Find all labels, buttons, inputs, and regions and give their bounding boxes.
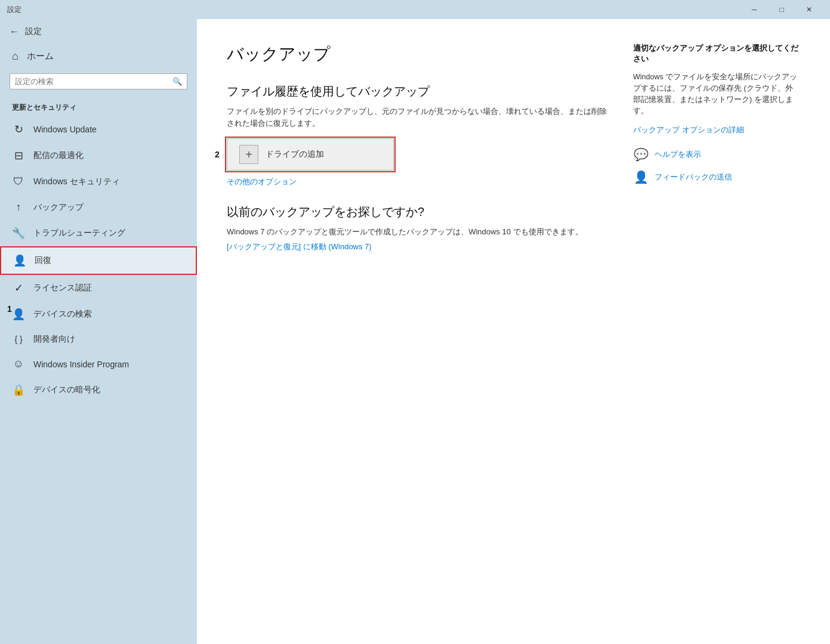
plus-icon: + [239, 145, 258, 164]
sidebar-item-delivery-optimization[interactable]: ⊟ 配信の最適化 [0, 143, 197, 169]
close-button[interactable]: ✕ [795, 0, 823, 19]
sidebar-item-license[interactable]: ✓ ライセンス認証 [0, 275, 197, 301]
sidebar-item-label: 開発者向け [33, 334, 75, 345]
help-icon: 💬 [633, 147, 649, 162]
search-input[interactable] [15, 77, 169, 86]
help-label[interactable]: ヘルプを表示 [655, 149, 701, 160]
sidebar-item-recovery[interactable]: 👤 回復 [0, 246, 197, 275]
sidebar-item-label: デバイスの検索 [33, 309, 92, 320]
feedback-icon: 👤 [633, 170, 649, 184]
sidebar-item-label: バックアップ [33, 202, 84, 213]
add-drive-button[interactable]: + ドライブの追加 [227, 138, 394, 171]
titlebar-controls: ─ □ ✕ [740, 0, 823, 19]
security-icon: 🛡 [12, 175, 25, 188]
app-container: ← 設定 ⌂ ホーム 🔍 更新とセキュリティ ↻ Windows Update … [0, 19, 830, 644]
old-backup-title: 以前のバックアップをお探しですか? [227, 204, 609, 220]
sidebar-item-label: ライセンス認証 [33, 283, 92, 293]
right-panel: 適切なバックアップ オプションを選択してください Windows でファイルを安… [633, 43, 800, 620]
indicator-2: 2 [215, 150, 220, 159]
sidebar-item-home[interactable]: ⌂ ホーム [0, 44, 197, 69]
sidebar-item-label: トラブルシューティング [33, 228, 125, 239]
sidebar-item-windows-security[interactable]: 🛡 Windows セキュリティ [0, 169, 197, 194]
search-icon: 🔍 [172, 77, 182, 86]
file-history-title: ファイル履歴を使用してバックアップ [227, 83, 609, 100]
file-history-description: ファイルを別のドライブにバックアップし、元のファイルが見つからない場合、壊れてい… [227, 106, 609, 129]
old-backup-description: Windows 7 のバックアップと復元ツールで作成したバックアップは、Wind… [227, 226, 609, 239]
home-label: ホーム [27, 51, 54, 62]
other-options-link[interactable]: その他のオプション [227, 177, 297, 187]
sidebar-item-label: デバイスの暗号化 [33, 385, 100, 395]
sidebar-item-developer[interactable]: { } 開発者向け [0, 327, 197, 351]
titlebar: 設定 ─ □ ✕ [0, 0, 830, 19]
page-title: バックアップ [227, 43, 609, 66]
back-arrow-icon: ← [10, 26, 19, 37]
content-left: バックアップ ファイル履歴を使用してバックアップ ファイルを別のドライブにバック… [227, 43, 609, 620]
indicator-1: 1 [7, 304, 12, 314]
sidebar-item-label: Windows セキュリティ [33, 177, 120, 187]
delivery-icon: ⊟ [12, 149, 25, 162]
recovery-icon: 👤 [13, 254, 26, 267]
feedback-label[interactable]: フィードバックの送信 [655, 172, 732, 182]
troubleshoot-icon: 🔧 [12, 227, 25, 240]
sidebar-item-troubleshooting[interactable]: 🔧 トラブルシューティング [0, 220, 197, 246]
sidebar-item-find-device[interactable]: 👤 デバイスの検索 [0, 301, 197, 327]
sidebar-item-encryption[interactable]: 🔒 デバイスの暗号化 [0, 377, 197, 403]
sidebar-item-backup[interactable]: ↑ バックアップ [0, 194, 197, 220]
sidebar-item-label: 回復 [35, 255, 51, 266]
titlebar-title: 設定 [7, 5, 740, 15]
license-icon: ✓ [12, 281, 25, 295]
update-icon: ↻ [12, 123, 25, 136]
backup-options-detail-link[interactable]: バックアップ オプションの詳細 [633, 125, 800, 135]
sidebar-item-windows-update[interactable]: ↻ Windows Update [0, 116, 197, 143]
feedback-action[interactable]: 👤 フィードバックの送信 [633, 170, 800, 184]
home-icon: ⌂ [12, 50, 18, 63]
sidebar-item-insider-program[interactable]: ☺ Windows Insider Program [0, 351, 197, 377]
back-button[interactable]: ← 設定 [0, 19, 197, 44]
sidebar: ← 設定 ⌂ ホーム 🔍 更新とセキュリティ ↻ Windows Update … [0, 19, 197, 644]
sidebar-item-label: Windows Insider Program [33, 360, 129, 369]
minimize-button[interactable]: ─ [740, 0, 768, 19]
add-drive-label: ドライブの追加 [266, 149, 324, 160]
old-backup-link[interactable]: [バックアップと復元] に移動 (Windows 7) [227, 242, 372, 251]
sidebar-section-title: 更新とセキュリティ [0, 94, 197, 116]
help-action[interactable]: 💬 ヘルプを表示 [633, 147, 800, 162]
encryption-icon: 🔒 [12, 383, 25, 397]
sidebar-item-label: 配信の最適化 [33, 150, 84, 161]
app-title: 設定 [25, 26, 42, 37]
search-box[interactable]: 🔍 [10, 73, 187, 89]
find-device-icon: 👤 [12, 308, 25, 321]
sidebar-item-label: Windows Update [33, 125, 97, 134]
right-panel-title: 適切なバックアップ オプションを選択してください [633, 43, 800, 64]
developer-icon: { } [12, 335, 25, 344]
right-panel-description: Windows でファイルを安全な場所にバックアップするには、ファイルの保存先 … [633, 72, 800, 116]
insider-icon: ☺ [12, 358, 25, 370]
old-backup-section: 以前のバックアップをお探しですか? Windows 7 のバックアップと復元ツー… [227, 204, 609, 252]
main-content: バックアップ ファイル履歴を使用してバックアップ ファイルを別のドライブにバック… [197, 19, 830, 644]
backup-icon: ↑ [12, 201, 25, 213]
maximize-button[interactable]: □ [768, 0, 795, 19]
